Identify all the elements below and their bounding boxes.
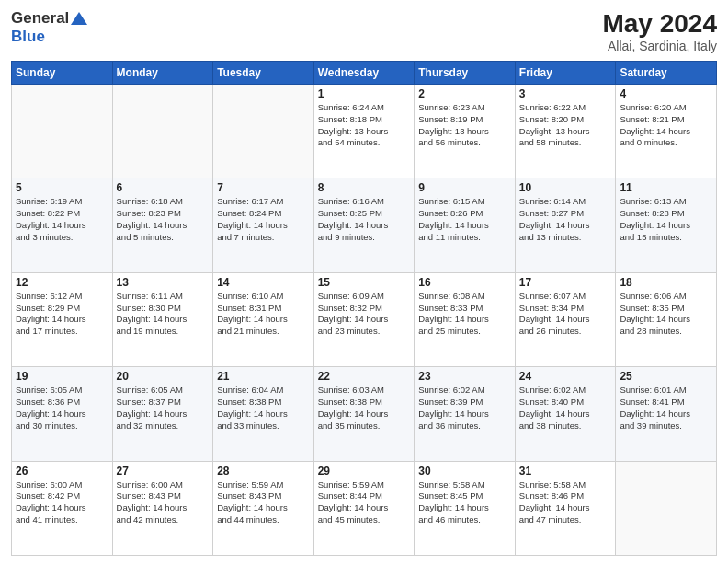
day-number: 24	[519, 370, 612, 383]
day-info-line: Sunrise: 5:58 AM	[418, 479, 511, 491]
day-info-line: Sunset: 8:26 PM	[418, 208, 511, 220]
table-row: 29Sunrise: 5:59 AMSunset: 8:44 PMDayligh…	[313, 461, 415, 555]
table-row: 30Sunrise: 5:58 AMSunset: 8:45 PMDayligh…	[415, 461, 516, 555]
page-subtitle: Allai, Sardinia, Italy	[602, 39, 717, 53]
day-info-line: and 58 minutes.	[519, 137, 612, 149]
day-info-line: and 54 minutes.	[318, 137, 411, 149]
day-info-line: Daylight: 14 hours	[418, 314, 511, 326]
day-number: 23	[418, 370, 511, 383]
day-number: 18	[620, 276, 712, 289]
page: General Blue May 2024 Allai, Sardinia, I…	[0, 0, 728, 563]
day-info-line: Sunset: 8:18 PM	[318, 114, 411, 126]
day-info: Sunrise: 6:09 AMSunset: 8:32 PMDaylight:…	[318, 291, 411, 338]
day-info-line: and 11 minutes.	[418, 232, 511, 244]
day-info-line: Sunrise: 6:05 AM	[16, 385, 108, 396]
day-info-line: Sunrise: 6:14 AM	[519, 196, 612, 208]
day-info-line: Sunrise: 6:04 AM	[217, 385, 310, 396]
day-info-line: Sunset: 8:43 PM	[217, 490, 310, 502]
day-info-line: Sunrise: 6:00 AM	[117, 479, 210, 491]
day-info-line: Sunrise: 5:59 AM	[318, 479, 411, 491]
day-info-line: Sunset: 8:44 PM	[318, 490, 411, 502]
day-number: 6	[117, 181, 210, 194]
table-row: 23Sunrise: 6:02 AMSunset: 8:39 PMDayligh…	[415, 367, 516, 461]
day-number: 19	[16, 370, 108, 383]
day-info-line: Daylight: 14 hours	[117, 314, 210, 326]
day-info-line: and 41 minutes.	[16, 514, 108, 526]
day-info-line: Sunset: 8:38 PM	[217, 396, 310, 408]
day-info-line: Daylight: 14 hours	[620, 220, 712, 232]
day-info-line: Sunset: 8:22 PM	[16, 208, 108, 220]
table-row: 8Sunrise: 6:16 AMSunset: 8:25 PMDaylight…	[313, 178, 415, 272]
day-info: Sunrise: 6:19 AMSunset: 8:22 PMDaylight:…	[16, 196, 108, 243]
day-info-line: Daylight: 14 hours	[418, 502, 511, 514]
table-row	[112, 85, 213, 178]
day-info: Sunrise: 6:18 AMSunset: 8:23 PMDaylight:…	[117, 196, 210, 243]
day-info-line: Sunrise: 6:20 AM	[620, 102, 712, 114]
day-info-line: Sunset: 8:43 PM	[117, 490, 210, 502]
day-info-line: and 15 minutes.	[620, 232, 712, 244]
day-info-line: Sunset: 8:38 PM	[318, 396, 411, 408]
day-info-line: and 46 minutes.	[418, 514, 511, 526]
day-info: Sunrise: 6:15 AMSunset: 8:26 PMDaylight:…	[418, 196, 511, 243]
day-info: Sunrise: 6:11 AMSunset: 8:30 PMDaylight:…	[117, 291, 210, 338]
day-info-line: Sunset: 8:40 PM	[519, 396, 612, 408]
day-info-line: and 7 minutes.	[217, 232, 310, 244]
table-row: 18Sunrise: 6:06 AMSunset: 8:35 PMDayligh…	[616, 272, 717, 366]
day-info-line: Daylight: 14 hours	[16, 220, 108, 232]
day-info: Sunrise: 6:10 AMSunset: 8:31 PMDaylight:…	[217, 291, 310, 338]
day-info-line: Sunset: 8:46 PM	[519, 490, 612, 502]
day-info-line: and 28 minutes.	[620, 326, 712, 338]
table-row: 31Sunrise: 5:58 AMSunset: 8:46 PMDayligh…	[515, 461, 616, 555]
day-info: Sunrise: 6:23 AMSunset: 8:19 PMDaylight:…	[418, 102, 511, 149]
day-info-line: Sunrise: 6:23 AM	[418, 102, 511, 114]
day-info-line: Sunset: 8:33 PM	[418, 303, 511, 315]
day-info-line: Sunset: 8:41 PM	[620, 396, 712, 408]
day-info-line: Sunrise: 6:01 AM	[620, 385, 712, 396]
day-info: Sunrise: 6:17 AMSunset: 8:24 PMDaylight:…	[217, 196, 310, 243]
day-info-line: Daylight: 14 hours	[318, 220, 411, 232]
day-info-line: Sunset: 8:23 PM	[117, 208, 210, 220]
day-info: Sunrise: 6:24 AMSunset: 8:18 PMDaylight:…	[318, 102, 411, 149]
day-info: Sunrise: 6:22 AMSunset: 8:20 PMDaylight:…	[519, 102, 612, 149]
day-info-line: Sunset: 8:29 PM	[16, 303, 108, 315]
day-info-line: Sunset: 8:27 PM	[519, 208, 612, 220]
day-info-line: and 32 minutes.	[117, 420, 210, 432]
day-info-line: Daylight: 14 hours	[519, 408, 612, 420]
day-info-line: Daylight: 14 hours	[217, 408, 310, 420]
day-info-line: Daylight: 14 hours	[16, 502, 108, 514]
day-info: Sunrise: 6:06 AMSunset: 8:35 PMDaylight:…	[620, 291, 712, 338]
day-info-line: and 36 minutes.	[418, 420, 511, 432]
day-info: Sunrise: 6:04 AMSunset: 8:38 PMDaylight:…	[217, 385, 310, 431]
day-info-line: Sunrise: 6:03 AM	[318, 385, 411, 396]
day-info: Sunrise: 5:59 AMSunset: 8:43 PMDaylight:…	[217, 479, 310, 526]
day-number: 7	[217, 181, 310, 194]
table-row: 16Sunrise: 6:08 AMSunset: 8:33 PMDayligh…	[415, 272, 516, 366]
day-info: Sunrise: 6:05 AMSunset: 8:36 PMDaylight:…	[16, 385, 108, 431]
table-row: 21Sunrise: 6:04 AMSunset: 8:38 PMDayligh…	[213, 367, 314, 461]
day-info-line: Sunrise: 6:16 AM	[318, 196, 411, 208]
day-number: 1	[318, 87, 411, 100]
calendar-week-row: 1Sunrise: 6:24 AMSunset: 8:18 PMDaylight…	[12, 85, 717, 178]
day-info-line: and 45 minutes.	[318, 514, 411, 526]
day-info-line: and 23 minutes.	[318, 326, 411, 338]
table-row: 6Sunrise: 6:18 AMSunset: 8:23 PMDaylight…	[112, 178, 213, 272]
day-info: Sunrise: 6:05 AMSunset: 8:37 PMDaylight:…	[117, 385, 210, 431]
table-row: 22Sunrise: 6:03 AMSunset: 8:38 PMDayligh…	[313, 367, 415, 461]
day-info-line: Sunset: 8:35 PM	[620, 303, 712, 315]
day-info: Sunrise: 6:00 AMSunset: 8:42 PMDaylight:…	[16, 479, 108, 526]
day-info-line: and 44 minutes.	[217, 514, 310, 526]
day-info-line: Sunset: 8:45 PM	[418, 490, 511, 502]
day-info-line: Sunset: 8:42 PM	[16, 490, 108, 502]
day-info-line: and 30 minutes.	[16, 420, 108, 432]
table-row: 11Sunrise: 6:13 AMSunset: 8:28 PMDayligh…	[616, 178, 717, 272]
day-info-line: Daylight: 14 hours	[418, 408, 511, 420]
table-row: 5Sunrise: 6:19 AMSunset: 8:22 PMDaylight…	[12, 178, 113, 272]
day-info-line: and 33 minutes.	[217, 420, 310, 432]
day-number: 11	[620, 181, 712, 194]
table-row: 12Sunrise: 6:12 AMSunset: 8:29 PMDayligh…	[12, 272, 113, 366]
day-info-line: and 0 minutes.	[620, 137, 712, 149]
table-row: 15Sunrise: 6:09 AMSunset: 8:32 PMDayligh…	[313, 272, 415, 366]
day-info-line: Sunset: 8:37 PM	[117, 396, 210, 408]
table-row	[616, 461, 717, 555]
col-thursday: Thursday	[415, 62, 516, 85]
